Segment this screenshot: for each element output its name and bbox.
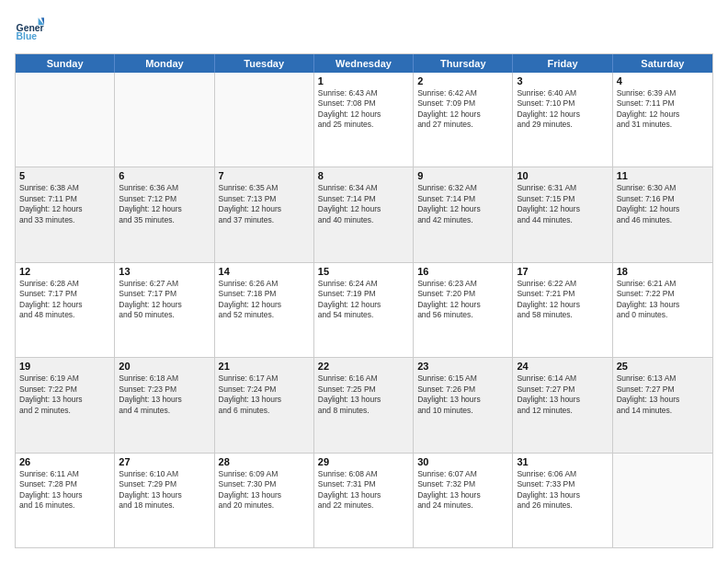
calendar-cell: 11Sunrise: 6:30 AM Sunset: 7:16 PM Dayli… xyxy=(613,167,712,261)
cell-info: Sunrise: 6:35 AM Sunset: 7:13 PM Dayligh… xyxy=(219,183,310,225)
calendar-cell: 21Sunrise: 6:17 AM Sunset: 7:24 PM Dayli… xyxy=(215,358,314,452)
calendar-body: 1Sunrise: 6:43 AM Sunset: 7:08 PM Daylig… xyxy=(16,73,712,547)
cell-info: Sunrise: 6:10 AM Sunset: 7:29 PM Dayligh… xyxy=(119,469,210,511)
calendar-cell: 8Sunrise: 6:34 AM Sunset: 7:14 PM Daylig… xyxy=(314,167,414,261)
calendar-cell: 7Sunrise: 6:35 AM Sunset: 7:13 PM Daylig… xyxy=(215,167,314,261)
day-number: 7 xyxy=(219,170,310,181)
day-number: 17 xyxy=(517,266,608,277)
calendar-cell xyxy=(115,73,214,167)
calendar-cell: 19Sunrise: 6:19 AM Sunset: 7:22 PM Dayli… xyxy=(16,358,115,452)
cell-info: Sunrise: 6:18 AM Sunset: 7:23 PM Dayligh… xyxy=(119,373,210,416)
day-number: 24 xyxy=(517,361,608,372)
calendar-cell: 13Sunrise: 6:27 AM Sunset: 7:17 PM Dayli… xyxy=(115,263,214,357)
calendar-cell xyxy=(215,73,314,167)
calendar-cell: 16Sunrise: 6:23 AM Sunset: 7:20 PM Dayli… xyxy=(414,263,513,357)
cell-info: Sunrise: 6:31 AM Sunset: 7:15 PM Dayligh… xyxy=(517,183,608,225)
day-number: 21 xyxy=(219,361,310,372)
day-number: 20 xyxy=(119,361,210,372)
cell-info: Sunrise: 6:39 AM Sunset: 7:11 PM Dayligh… xyxy=(617,88,709,131)
cell-info: Sunrise: 6:36 AM Sunset: 7:12 PM Dayligh… xyxy=(119,183,210,225)
day-header-friday: Friday xyxy=(513,54,612,73)
day-number: 27 xyxy=(119,456,210,467)
day-header-thursday: Thursday xyxy=(414,54,513,73)
calendar-cell: 17Sunrise: 6:22 AM Sunset: 7:21 PM Dayli… xyxy=(513,263,612,357)
cell-info: Sunrise: 6:43 AM Sunset: 7:08 PM Dayligh… xyxy=(318,88,409,131)
calendar-row-3: 19Sunrise: 6:19 AM Sunset: 7:22 PM Dayli… xyxy=(16,358,712,453)
day-number: 10 xyxy=(517,170,608,181)
day-number: 8 xyxy=(318,170,409,181)
page: General Blue SundayMondayTuesdayWednesda… xyxy=(0,0,728,563)
cell-info: Sunrise: 6:16 AM Sunset: 7:25 PM Dayligh… xyxy=(318,373,409,416)
calendar-cell: 28Sunrise: 6:09 AM Sunset: 7:30 PM Dayli… xyxy=(215,454,314,547)
calendar-row-0: 1Sunrise: 6:43 AM Sunset: 7:08 PM Daylig… xyxy=(16,73,712,167)
calendar-cell: 25Sunrise: 6:13 AM Sunset: 7:27 PM Dayli… xyxy=(613,358,712,452)
cell-info: Sunrise: 6:27 AM Sunset: 7:17 PM Dayligh… xyxy=(119,279,210,321)
day-header-monday: Monday xyxy=(115,54,214,73)
day-header-wednesday: Wednesday xyxy=(314,54,414,73)
day-number: 6 xyxy=(119,170,210,181)
calendar-row-2: 12Sunrise: 6:28 AM Sunset: 7:17 PM Dayli… xyxy=(16,263,712,358)
calendar-cell: 26Sunrise: 6:11 AM Sunset: 7:28 PM Dayli… xyxy=(16,454,115,547)
calendar-cell: 23Sunrise: 6:15 AM Sunset: 7:26 PM Dayli… xyxy=(414,358,513,452)
cell-info: Sunrise: 6:22 AM Sunset: 7:21 PM Dayligh… xyxy=(517,279,608,321)
cell-info: Sunrise: 6:13 AM Sunset: 7:27 PM Dayligh… xyxy=(617,373,709,416)
cell-info: Sunrise: 6:08 AM Sunset: 7:31 PM Dayligh… xyxy=(318,469,409,511)
cell-info: Sunrise: 6:38 AM Sunset: 7:11 PM Dayligh… xyxy=(19,183,110,225)
day-number: 23 xyxy=(417,361,508,372)
calendar-row-1: 5Sunrise: 6:38 AM Sunset: 7:11 PM Daylig… xyxy=(16,167,712,262)
cell-info: Sunrise: 6:15 AM Sunset: 7:26 PM Dayligh… xyxy=(417,373,508,416)
logo: General Blue xyxy=(15,15,48,44)
calendar-cell: 9Sunrise: 6:32 AM Sunset: 7:14 PM Daylig… xyxy=(414,167,513,261)
day-number: 13 xyxy=(119,266,210,277)
calendar-cell xyxy=(613,454,712,547)
calendar-cell: 5Sunrise: 6:38 AM Sunset: 7:11 PM Daylig… xyxy=(16,167,115,261)
day-header-tuesday: Tuesday xyxy=(215,54,314,73)
calendar-cell: 1Sunrise: 6:43 AM Sunset: 7:08 PM Daylig… xyxy=(314,73,414,167)
day-number: 4 xyxy=(617,75,709,86)
day-number: 16 xyxy=(417,266,508,277)
cell-info: Sunrise: 6:34 AM Sunset: 7:14 PM Dayligh… xyxy=(318,183,409,225)
cell-info: Sunrise: 6:21 AM Sunset: 7:22 PM Dayligh… xyxy=(617,279,709,321)
day-number: 9 xyxy=(417,170,508,181)
day-number: 29 xyxy=(318,456,409,467)
calendar-cell: 20Sunrise: 6:18 AM Sunset: 7:23 PM Dayli… xyxy=(115,358,214,452)
cell-info: Sunrise: 6:40 AM Sunset: 7:10 PM Dayligh… xyxy=(517,88,608,131)
cell-info: Sunrise: 6:06 AM Sunset: 7:33 PM Dayligh… xyxy=(517,469,608,511)
logo-icon: General Blue xyxy=(15,15,44,44)
calendar-cell: 10Sunrise: 6:31 AM Sunset: 7:15 PM Dayli… xyxy=(513,167,612,261)
calendar-cell xyxy=(16,73,115,167)
day-number: 19 xyxy=(19,361,110,372)
svg-text:Blue: Blue xyxy=(17,31,38,41)
calendar-cell: 3Sunrise: 6:40 AM Sunset: 7:10 PM Daylig… xyxy=(513,73,612,167)
calendar-cell: 12Sunrise: 6:28 AM Sunset: 7:17 PM Dayli… xyxy=(16,263,115,357)
day-number: 28 xyxy=(219,456,310,467)
cell-info: Sunrise: 6:19 AM Sunset: 7:22 PM Dayligh… xyxy=(19,373,110,416)
cell-info: Sunrise: 6:42 AM Sunset: 7:09 PM Dayligh… xyxy=(417,88,508,131)
calendar-row-4: 26Sunrise: 6:11 AM Sunset: 7:28 PM Dayli… xyxy=(16,454,712,547)
day-number: 12 xyxy=(19,266,110,277)
day-number: 14 xyxy=(219,266,310,277)
day-number: 5 xyxy=(19,170,110,181)
day-number: 18 xyxy=(617,266,709,277)
cell-info: Sunrise: 6:32 AM Sunset: 7:14 PM Dayligh… xyxy=(417,183,508,225)
day-headers: SundayMondayTuesdayWednesdayThursdayFrid… xyxy=(16,54,712,73)
day-number: 26 xyxy=(19,456,110,467)
header: General Blue xyxy=(15,15,713,44)
calendar-cell: 27Sunrise: 6:10 AM Sunset: 7:29 PM Dayli… xyxy=(115,454,214,547)
cell-info: Sunrise: 6:26 AM Sunset: 7:18 PM Dayligh… xyxy=(219,279,310,321)
day-number: 3 xyxy=(517,75,608,86)
calendar-cell: 31Sunrise: 6:06 AM Sunset: 7:33 PM Dayli… xyxy=(513,454,612,547)
cell-info: Sunrise: 6:24 AM Sunset: 7:19 PM Dayligh… xyxy=(318,279,409,321)
calendar-cell: 30Sunrise: 6:07 AM Sunset: 7:32 PM Dayli… xyxy=(414,454,513,547)
calendar-cell: 14Sunrise: 6:26 AM Sunset: 7:18 PM Dayli… xyxy=(215,263,314,357)
day-number: 11 xyxy=(617,170,709,181)
calendar-cell: 4Sunrise: 6:39 AM Sunset: 7:11 PM Daylig… xyxy=(613,73,712,167)
day-number: 31 xyxy=(517,456,608,467)
cell-info: Sunrise: 6:09 AM Sunset: 7:30 PM Dayligh… xyxy=(219,469,310,511)
day-number: 1 xyxy=(318,75,409,86)
day-number: 22 xyxy=(318,361,409,372)
calendar-cell: 18Sunrise: 6:21 AM Sunset: 7:22 PM Dayli… xyxy=(613,263,712,357)
calendar-cell: 29Sunrise: 6:08 AM Sunset: 7:31 PM Dayli… xyxy=(314,454,414,547)
calendar-cell: 22Sunrise: 6:16 AM Sunset: 7:25 PM Dayli… xyxy=(314,358,414,452)
calendar-cell: 15Sunrise: 6:24 AM Sunset: 7:19 PM Dayli… xyxy=(314,263,414,357)
